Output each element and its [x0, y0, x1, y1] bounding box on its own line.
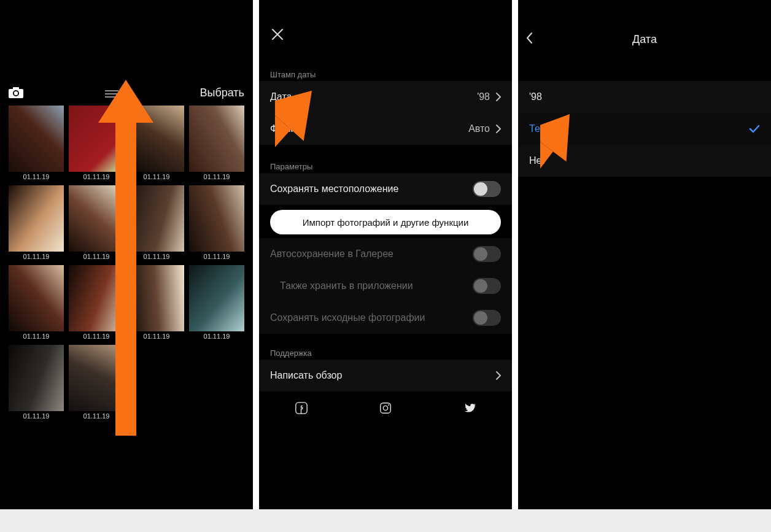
gallery-item[interactable]: 01.11.19	[69, 265, 124, 340]
row-autosave[interactable]: Автосохранение в Галерее	[259, 238, 512, 270]
thumb-date: 01.11.19	[23, 253, 50, 260]
menu-icon[interactable]	[105, 88, 118, 97]
photo-thumb[interactable]	[129, 106, 184, 172]
thumb-date: 01.11.19	[144, 333, 170, 340]
photo-thumb[interactable]	[189, 185, 244, 252]
toggle-save-originals[interactable]	[473, 310, 501, 326]
gallery-item[interactable]: 01.11.19	[69, 345, 124, 420]
option-none-label: Нет	[529, 155, 546, 166]
import-button[interactable]: Импорт фотографий и другие функции	[270, 210, 501, 234]
row-store-in-app-label: Также хранить в приложении	[280, 280, 413, 291]
gallery-item[interactable]: 01.11.19	[189, 106, 244, 180]
photo-thumb[interactable]	[69, 106, 124, 172]
svg-point-6	[383, 406, 387, 410]
row-format-value: Авто	[468, 123, 490, 134]
gallery-item[interactable]: 01.11.19	[9, 265, 64, 340]
gallery-item-empty	[189, 345, 244, 420]
gallery-item-empty	[129, 345, 184, 420]
back-icon[interactable]	[525, 32, 533, 47]
row-review-label: Написать обзор	[270, 370, 342, 381]
photo-thumb[interactable]	[9, 106, 64, 172]
row-store-in-app[interactable]: Также хранить в приложении	[259, 270, 512, 302]
thumb-date: 01.11.19	[83, 253, 110, 260]
svg-point-7	[388, 404, 389, 406]
photo-thumb[interactable]	[9, 265, 64, 331]
instagram-icon[interactable]	[379, 401, 392, 417]
gallery-item[interactable]: 01.11.19	[9, 106, 64, 180]
toggle-save-location[interactable]	[473, 181, 501, 197]
gallery-item[interactable]: 01.11.19	[69, 106, 124, 180]
row-review[interactable]: Написать обзор	[259, 360, 512, 391]
close-icon[interactable]	[270, 27, 285, 42]
gallery-item[interactable]: 01.11.19	[189, 265, 244, 340]
screen-gallery: Выбрать 01.11.19 01.11.19 01.11.19 01.11…	[0, 0, 253, 509]
photo-thumb[interactable]	[129, 185, 184, 252]
svg-rect-5	[381, 403, 391, 414]
toggle-autosave[interactable]	[473, 246, 501, 262]
gallery-item[interactable]: 01.11.19	[129, 106, 184, 180]
row-format-label: Формат	[270, 123, 305, 134]
photo-thumb[interactable]	[129, 265, 184, 331]
select-button[interactable]: Выбрать	[200, 87, 244, 99]
photo-thumb[interactable]	[189, 106, 244, 172]
social-row	[259, 394, 512, 425]
thumb-date: 01.11.19	[23, 412, 50, 420]
screen-date: Дата '98 Текущая Нет	[518, 0, 771, 509]
thumb-date: 01.11.19	[144, 173, 170, 180]
chevron-right-icon	[496, 371, 501, 380]
row-save-location[interactable]: Сохранять местоположение	[259, 173, 512, 205]
thumb-date: 01.11.19	[23, 173, 50, 180]
thumb-date: 01.11.19	[144, 253, 170, 260]
footer-strip	[0, 509, 771, 532]
photo-thumb[interactable]	[69, 265, 124, 331]
date-title: Дата	[632, 33, 657, 46]
screen-settings: Штамп даты Дата '98 Формат Авто Параметр…	[259, 0, 512, 509]
twitter-icon[interactable]	[463, 401, 476, 417]
thumb-date: 01.11.19	[204, 333, 230, 340]
import-button-label: Импорт фотографий и другие функции	[303, 217, 469, 228]
camera-icon[interactable]	[9, 87, 23, 98]
option-98-label: '98	[529, 91, 542, 102]
option-current[interactable]: Текущая	[518, 113, 771, 145]
row-format[interactable]: Формат Авто	[259, 113, 512, 145]
svg-point-3	[14, 91, 18, 95]
option-98[interactable]: '98	[518, 81, 771, 113]
photo-thumb[interactable]	[9, 185, 64, 252]
option-none[interactable]: Нет	[518, 145, 771, 177]
chevron-right-icon	[496, 125, 501, 133]
gallery-item[interactable]: 01.11.19	[69, 185, 124, 260]
date-header: Дата	[518, 27, 771, 52]
gallery-item[interactable]: 01.11.19	[9, 345, 64, 420]
gallery-item[interactable]: 01.11.19	[129, 265, 184, 340]
settings-header	[259, 27, 512, 52]
thumb-date: 01.11.19	[204, 253, 230, 260]
toggle-store-in-app[interactable]	[473, 278, 501, 294]
photo-thumb[interactable]	[9, 345, 64, 411]
option-current-label: Текущая	[529, 123, 568, 134]
chevron-right-icon	[496, 93, 501, 101]
gallery-item[interactable]: 01.11.19	[189, 185, 244, 260]
row-date-label: Дата	[270, 91, 292, 102]
gallery-top-bar: Выбрать	[0, 83, 253, 102]
gallery-grid: 01.11.19 01.11.19 01.11.19 01.11.19 01.1…	[9, 106, 244, 420]
thumb-date: 01.11.19	[204, 173, 230, 180]
photo-thumb[interactable]	[189, 265, 244, 331]
gallery-item[interactable]: 01.11.19	[9, 185, 64, 260]
section-label-params: Параметры	[270, 162, 312, 171]
row-date-value: '98	[477, 91, 490, 102]
row-date[interactable]: Дата '98	[259, 81, 512, 113]
svg-rect-1	[13, 87, 19, 90]
row-save-originals[interactable]: Сохранять исходные фотографии	[259, 302, 512, 334]
photo-thumb[interactable]	[69, 345, 124, 411]
thumb-date: 01.11.19	[83, 173, 110, 180]
section-label-stamp: Штамп даты	[270, 70, 316, 79]
thumb-date: 01.11.19	[23, 333, 50, 340]
gallery-item[interactable]: 01.11.19	[129, 185, 184, 260]
thumb-date: 01.11.19	[83, 333, 110, 340]
row-save-originals-label: Сохранять исходные фотографии	[270, 312, 425, 323]
row-autosave-label: Автосохранение в Галерее	[270, 249, 393, 260]
photo-thumb[interactable]	[69, 185, 124, 252]
section-label-support: Поддержка	[270, 349, 312, 358]
row-save-location-label: Сохранять местоположение	[270, 183, 398, 195]
facebook-icon[interactable]	[295, 401, 308, 417]
